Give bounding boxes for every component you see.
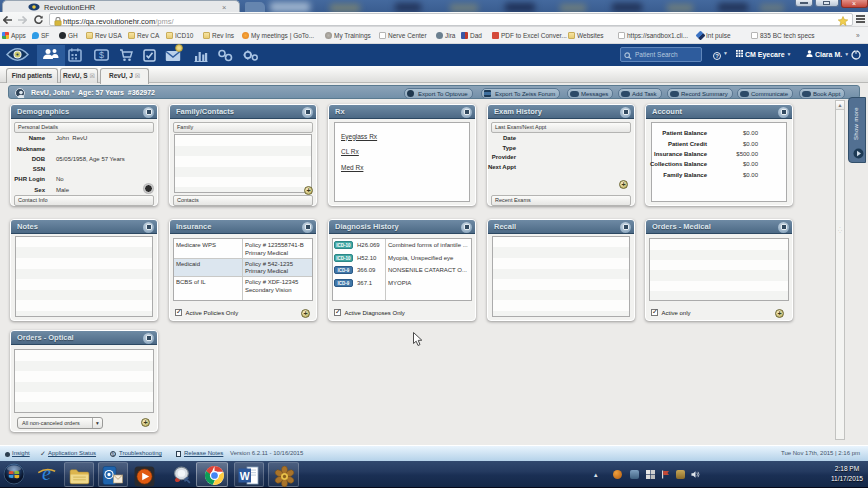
svg-text:$: $ (99, 50, 104, 60)
svg-text:e: e (42, 463, 51, 484)
svg-text:W: W (240, 470, 250, 482)
